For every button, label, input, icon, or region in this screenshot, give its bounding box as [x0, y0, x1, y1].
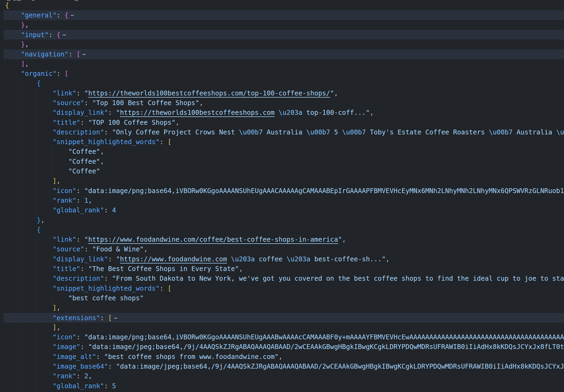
indent-guide: [21, 254, 21, 264]
json-string-value: coffee: [255, 255, 287, 263]
code-line[interactable]: "best coffee shops": [0, 293, 564, 303]
json-string-value: ": [116, 109, 120, 116]
code-line[interactable]: "organic": [: [0, 69, 564, 79]
json-punctuation: ,: [25, 40, 29, 48]
json-key: "snippet_highlighted_words": [53, 284, 160, 292]
code-line[interactable]: "icon": "data:image/png;base64,iVBORw0KG…: [0, 186, 564, 196]
indent-guide: [37, 362, 37, 371]
code-line[interactable]: "Coffee": [0, 166, 564, 176]
code-text: "description": "From South Dakota to New…: [53, 274, 564, 283]
json-key: "global_rank": [53, 382, 104, 390]
json-string-value: "data:image/png;base64,iVBORw0KGgoAAAANS…: [84, 333, 564, 341]
indent-guide: [37, 381, 37, 391]
code-line[interactable]: },: [0, 20, 564, 30]
json-number-value: 4: [112, 206, 116, 214]
url-link[interactable]: https://theworlds100bestcoffeeshops.com/…: [88, 89, 330, 97]
code-line[interactable]: ],: [0, 303, 564, 313]
json-editor[interactable]: {"general": {⋯},"input": {⋯},"navigation…: [0, 0, 564, 392]
code-text: "display_link": "https://theworlds100bes…: [53, 108, 374, 117]
code-line[interactable]: "display_link": "https://www.foodandwine…: [0, 254, 564, 264]
indent-guide: [37, 205, 37, 215]
json-punctuation: :: [69, 50, 77, 58]
code-line[interactable]: "link": "https://www.foodandwine.com/cof…: [0, 235, 564, 244]
code-text: "global_rank": 4: [53, 205, 116, 215]
code-line[interactable]: "title": "The Best Coffee Shops in Every…: [0, 264, 564, 274]
json-number-value: 2: [84, 372, 88, 380]
json-punctuation: ,: [88, 372, 92, 380]
indent-guide: [37, 332, 37, 342]
json-string-value: ": [84, 89, 88, 97]
indent-guide: [21, 332, 21, 342]
json-key: "image": [53, 343, 80, 351]
json-punctuation: :: [80, 265, 88, 273]
fold-ellipsis-icon[interactable]: ⋯: [63, 30, 65, 40]
code-line[interactable]: "global_rank": 4: [0, 205, 564, 215]
code-line[interactable]: },: [0, 215, 564, 225]
code-line[interactable]: ],: [0, 176, 564, 186]
indent-guide: [37, 254, 37, 264]
code-text: "source": "Top 100 Best Coffee Shops",: [53, 98, 204, 108]
json-punctuation: :: [49, 31, 57, 39]
code-line[interactable]: "display_link": "https://theworlds100bes…: [0, 108, 564, 117]
code-line[interactable]: "description": "Only Coffee Project Crow…: [0, 127, 564, 137]
code-text: },: [21, 20, 29, 30]
fold-ellipsis-icon[interactable]: ⋯: [83, 49, 85, 59]
clipped-glyph-fragment: [13, 0, 16, 1]
code-line-folded[interactable]: "navigation": [⋯: [0, 49, 564, 59]
url-link[interactable]: https://www.foodandwine.com/coffee/best-…: [88, 236, 338, 243]
clipped-glyph-fragment: [17, 0, 21, 1]
code-line[interactable]: "rank": 2,: [0, 371, 564, 381]
code-line[interactable]: "global_rank": 5: [0, 381, 564, 391]
indent-guide: [37, 147, 37, 156]
json-punctuation: :: [76, 89, 84, 97]
code-line[interactable]: "rank": 1,: [0, 196, 564, 205]
code-line[interactable]: "icon": "data:image/png;base64,iVBORw0KG…: [0, 332, 564, 342]
code-line[interactable]: {: [0, 1, 564, 10]
code-line[interactable]: },: [0, 391, 564, 392]
code-line[interactable]: "snippet_highlighted_words": [: [0, 137, 564, 147]
code-line-folded[interactable]: "input": {⋯: [0, 30, 564, 40]
code-line[interactable]: "image_alt": "best coffee shops from www…: [0, 352, 564, 362]
code-text: {: [37, 225, 41, 235]
code-line[interactable]: ],: [0, 59, 564, 69]
json-key: "input": [21, 31, 49, 39]
url-link[interactable]: https://www.foodandwine.com: [120, 255, 227, 263]
code-line[interactable]: "source": "Food & Wine",: [0, 244, 564, 254]
json-punctuation: :: [104, 128, 112, 136]
code-text: "rank": 1,: [53, 196, 92, 205]
json-punctuation: :: [108, 362, 116, 370]
fold-ellipsis-icon[interactable]: ⋯: [114, 313, 116, 323]
json-string-value: "best coffee shops": [68, 294, 144, 302]
code-line-folded[interactable]: "extensions": [⋯: [0, 313, 564, 323]
code-text: },: [37, 391, 45, 392]
bracket-depth-2: ]: [21, 60, 25, 68]
indent-guide: [21, 176, 21, 186]
code-line[interactable]: "image_base64": "data:image/jpeg;base64,…: [0, 362, 564, 371]
json-key: "rank": [53, 197, 77, 204]
code-line[interactable]: "link": "https://theworlds100bestcoffees…: [0, 88, 564, 98]
json-punctuation: ,: [25, 21, 29, 29]
json-punctuation: :: [108, 109, 116, 116]
code-line[interactable]: ],: [0, 323, 564, 332]
url-link[interactable]: https://theworlds100bestcoffeeshops.com: [120, 109, 274, 116]
json-string-value: Australia: [263, 128, 306, 136]
json-string-value: Toby's Estate Coffee Roasters: [366, 128, 489, 136]
code-line[interactable]: },: [0, 40, 564, 49]
json-string-value: "data:image/jpeg;base64,/9j/4AAQSkZJRgAB…: [116, 362, 564, 370]
code-line[interactable]: {: [0, 225, 564, 235]
code-line-folded[interactable]: "general": {⋯: [0, 10, 564, 20]
code-line[interactable]: "snippet_highlighted_words": [: [0, 284, 564, 293]
indent-guide: [37, 157, 37, 166]
code-line[interactable]: "Coffee",: [0, 157, 564, 166]
code-text: "Coffee",: [68, 157, 104, 166]
code-line[interactable]: "source": "Top 100 Best Coffee Shops",: [0, 98, 564, 108]
code-line[interactable]: "image": "data:image/jpeg;base64,/9j/4AA…: [0, 342, 564, 352]
code-line[interactable]: {: [0, 79, 564, 88]
code-line[interactable]: "description": "From South Dakota to New…: [0, 274, 564, 283]
code-line[interactable]: "Coffee",: [0, 147, 564, 156]
code-text: "link": "https://www.foodandwine.com/cof…: [53, 235, 346, 244]
code-line[interactable]: "title": "TOP 100 Coffee Shops",: [0, 118, 564, 127]
json-escape-sequence: \u00b7: [489, 128, 513, 136]
fold-ellipsis-icon[interactable]: ⋯: [71, 10, 73, 20]
indent-guide: [21, 313, 21, 323]
